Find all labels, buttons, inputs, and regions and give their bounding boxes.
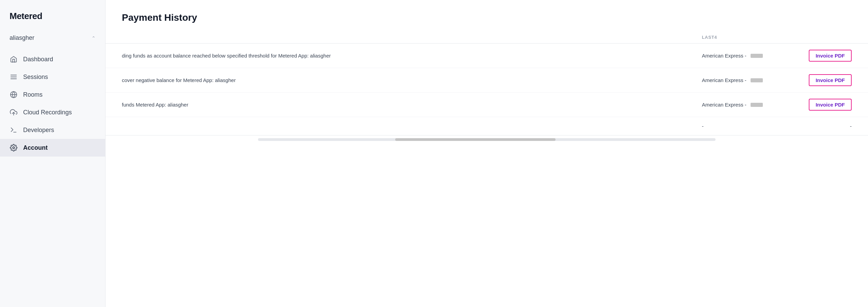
sidebar-item-rooms[interactable]: Rooms <box>0 86 105 103</box>
svg-point-7 <box>13 147 15 149</box>
upload-cloud-icon <box>10 108 18 116</box>
row-3-card: American Express - <box>702 102 790 108</box>
table-header: LAST4 <box>106 31 868 44</box>
sidebar-item-label-rooms: Rooms <box>23 91 43 98</box>
scrollbar-track <box>258 138 716 141</box>
chevron-icon: ⌃ <box>92 35 96 41</box>
sidebar: Metered aliasgher ⌃ Dashboard <box>0 0 106 307</box>
table-row: funds Metered App: aliasgher American Ex… <box>106 93 868 117</box>
row-2-invoice-pdf-button[interactable]: Invoice PDF <box>809 74 852 86</box>
scrollbar-thumb <box>395 138 555 141</box>
row-3-card-label: American Express - <box>702 102 746 108</box>
horizontal-scrollbar[interactable] <box>106 135 868 144</box>
row-1-card-label: American Express - <box>702 53 746 59</box>
sidebar-item-label-developers: Developers <box>23 127 54 134</box>
terminal-icon <box>10 126 18 134</box>
sidebar-item-label-sessions: Sessions <box>23 74 48 81</box>
table-row: - - <box>106 117 868 135</box>
row-1-invoice-pdf-button[interactable]: Invoice PDF <box>809 50 852 62</box>
sidebar-item-sessions[interactable]: Sessions <box>0 68 105 86</box>
sidebar-item-account[interactable]: Account <box>0 139 105 157</box>
sidebar-item-cloud-recordings[interactable]: Cloud Recordings <box>0 103 105 121</box>
row-4-card: - <box>702 123 790 129</box>
row-2-card-number-blur <box>751 78 763 82</box>
sidebar-item-dashboard[interactable]: Dashboard <box>0 50 105 68</box>
row-1-card-number-blur <box>751 54 763 58</box>
payment-table: LAST4 ding funds as account balance reac… <box>106 31 868 135</box>
sidebar-nav: Dashboard Sessions Rooms <box>0 48 105 307</box>
gear-icon <box>10 144 18 152</box>
row-4-invoice-dash: - <box>850 123 852 129</box>
workspace-selector[interactable]: aliasgher ⌃ <box>0 31 105 48</box>
row-1-card: American Express - <box>702 53 790 59</box>
page-title: Payment History <box>122 12 852 23</box>
row-2-card-label: American Express - <box>702 77 746 83</box>
header-last4: LAST4 <box>702 35 790 40</box>
row-2-description: cover negative balance for Metered App: … <box>122 77 702 83</box>
workspace-name: aliasgher <box>10 34 34 42</box>
row-1-description: ding funds as account balance reached be… <box>122 53 702 59</box>
table-row: ding funds as account balance reached be… <box>106 44 868 68</box>
row-1-invoice-cell: Invoice PDF <box>790 50 852 62</box>
table-row: cover negative balance for Metered App: … <box>106 68 868 93</box>
sidebar-item-label-account: Account <box>23 144 48 151</box>
app-logo: Metered <box>0 0 105 31</box>
sidebar-item-label-dashboard: Dashboard <box>23 56 53 63</box>
home-icon <box>10 55 18 63</box>
row-3-invoice-cell: Invoice PDF <box>790 99 852 111</box>
page-header: Payment History <box>106 0 868 31</box>
row-3-invoice-pdf-button[interactable]: Invoice PDF <box>809 99 852 111</box>
list-icon <box>10 73 18 81</box>
row-4-card-dash: - <box>702 123 704 129</box>
rooms-icon <box>10 91 18 99</box>
main-content-area: Payment History LAST4 ding funds as acco… <box>106 0 868 307</box>
row-4-invoice-cell: - <box>790 123 852 129</box>
sidebar-item-label-cloud-recordings: Cloud Recordings <box>23 109 72 116</box>
row-2-card: American Express - <box>702 77 790 83</box>
row-3-description: funds Metered App: aliasgher <box>122 102 702 108</box>
row-2-invoice-cell: Invoice PDF <box>790 74 852 86</box>
row-3-card-number-blur <box>751 103 763 107</box>
payment-history-content: LAST4 ding funds as account balance reac… <box>106 31 868 307</box>
sidebar-item-developers[interactable]: Developers <box>0 121 105 139</box>
